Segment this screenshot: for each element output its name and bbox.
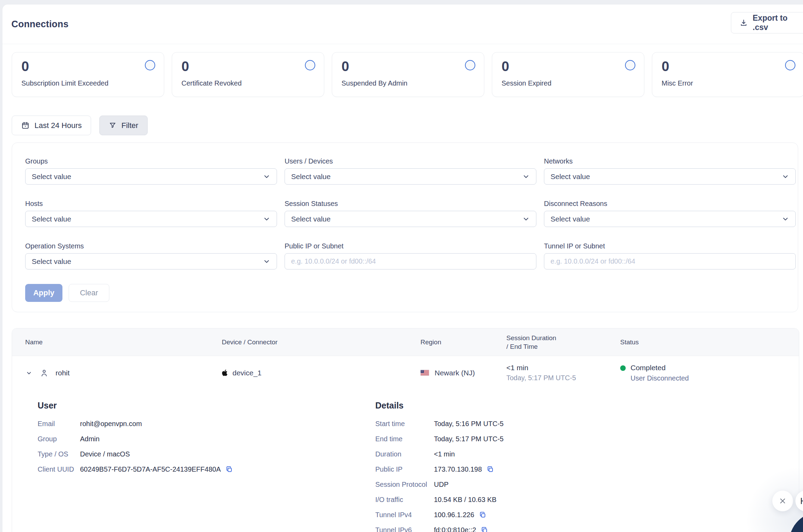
stat-label: Certificate Revoked [181, 79, 242, 87]
public-ip-input[interactable] [285, 253, 536, 269]
calendar-icon [21, 121, 30, 130]
detail-row-end-time: End time Today, 5:17 PM UTC-5 [375, 435, 504, 443]
page-title: Connections [11, 19, 69, 30]
apply-button[interactable]: Apply [25, 284, 62, 302]
stat-label: Session Expired [502, 79, 552, 87]
copy-icon[interactable] [480, 526, 488, 532]
stat-card-misc-error[interactable]: 0 Misc Error [652, 52, 803, 97]
select-value: Select value [551, 173, 590, 181]
select-value: Select value [291, 173, 330, 181]
stat-radio-icon[interactable] [625, 60, 635, 70]
stat-card-suspended-by-admin[interactable]: 0 Suspended By Admin [332, 52, 484, 97]
stat-card-subscription-limit-exceeded[interactable]: 0 Subscription Limit Exceeded [12, 52, 164, 97]
detail-row-type-os: Type / OS Device / macOS [38, 450, 233, 458]
field-label: Disconnect Reasons [544, 200, 796, 208]
stat-card-session-expired[interactable]: 0 Session Expired [492, 52, 644, 97]
chevron-down-icon [782, 215, 789, 223]
connection-region: Newark (NJ) [435, 369, 475, 377]
filter-button[interactable]: Filter [99, 116, 148, 135]
detail-row-session-protocol: Session Protocol UDP [375, 481, 504, 488]
select-value: Select value [551, 215, 590, 223]
copy-icon[interactable] [225, 465, 233, 473]
copy-icon[interactable] [486, 465, 494, 473]
row-expander-chevron-icon[interactable] [25, 369, 33, 377]
export-csv-button[interactable]: Export to .csv [731, 12, 803, 33]
toolbar: Last 24 Hours Filter [12, 116, 148, 135]
row-details: User Email rohit@openvpn.com Group Admin… [12, 390, 799, 532]
close-widget-button[interactable] [772, 491, 793, 511]
filter-field-disconnect-reasons: Disconnect Reasons Select value [544, 200, 796, 227]
user-icon [40, 368, 49, 377]
field-label: Users / Devices [285, 157, 536, 165]
user-details-section: User Email rohit@openvpn.com Group Admin… [38, 401, 233, 481]
stat-label: Misc Error [662, 79, 693, 87]
details-section-heading: Details [375, 401, 504, 411]
hosts-select[interactable]: Select value [25, 211, 277, 227]
field-label: Tunnel IP or Subnet [544, 242, 796, 250]
filter-field-session-statuses: Session Statuses Select value [285, 200, 536, 227]
chevron-down-icon [522, 173, 530, 180]
filter-field-tunnel-ip: Tunnel IP or Subnet [544, 242, 796, 269]
detail-row-group: Group Admin [38, 435, 233, 443]
date-range-button[interactable]: Last 24 Hours [12, 116, 91, 135]
column-header-status: Status [607, 338, 799, 346]
clear-button[interactable]: Clear [69, 284, 109, 302]
stat-radio-icon[interactable] [305, 60, 315, 70]
filter-field-groups: Groups Select value [25, 157, 277, 185]
filter-field-networks: Networks Select value [544, 157, 796, 185]
chevron-down-icon [263, 258, 270, 265]
field-label: Networks [544, 157, 796, 165]
chevron-down-icon [522, 215, 530, 223]
download-icon [740, 19, 748, 27]
stat-radio-icon[interactable] [465, 60, 475, 70]
chevron-down-icon [782, 173, 789, 180]
session-details-section: Details Start time Today, 5:16 PM UTC-5 … [375, 401, 504, 532]
column-header-session-duration: Session Duration / End Time [493, 334, 607, 351]
stat-label: Suspended By Admin [341, 79, 407, 87]
detail-row-start-time: Start time Today, 5:16 PM UTC-5 [375, 420, 504, 427]
table-row[interactable]: rohit device_1 [12, 356, 799, 390]
detail-row-public-ip: Public IP 173.70.130.198 [375, 465, 504, 473]
connection-device-name: device_1 [232, 369, 261, 377]
apple-icon [222, 369, 228, 376]
session-statuses-select[interactable]: Select value [285, 211, 536, 227]
detail-row-duration: Duration <1 min [375, 450, 504, 458]
select-value: Select value [291, 215, 330, 223]
tunnel-ip-input[interactable] [544, 253, 796, 269]
help-pill-label: H [800, 496, 803, 506]
disconnect-reasons-select[interactable]: Select value [544, 211, 796, 227]
stat-radio-icon[interactable] [785, 60, 795, 70]
field-label: Hosts [25, 200, 277, 208]
status-detail: User Disconnected [631, 374, 689, 382]
date-range-label: Last 24 Hours [34, 121, 82, 130]
copy-icon[interactable] [479, 511, 486, 519]
stat-value: 0 [181, 59, 189, 74]
export-csv-label: Export to .csv [753, 13, 803, 32]
field-label: Operation Systems [25, 242, 277, 250]
networks-select[interactable]: Select value [544, 168, 796, 185]
user-section-heading: User [38, 401, 233, 411]
column-header-name: Name [12, 338, 209, 346]
filter-panel: Groups Select value Users / Devices Sele… [12, 142, 798, 312]
detail-row-tunnel-ipv6: Tunnel IPv6 fd:0:0:810e::2 [375, 526, 504, 532]
operation-systems-select[interactable]: Select value [25, 253, 277, 269]
stat-label: Subscription Limit Exceeded [21, 79, 108, 87]
connection-user-name: rohit [56, 369, 70, 377]
users-devices-select[interactable]: Select value [285, 168, 536, 185]
chevron-down-icon [263, 173, 270, 180]
connections-table: Name Device / Connector Region Session D… [12, 328, 799, 532]
stat-radio-icon[interactable] [145, 60, 155, 70]
select-value: Select value [32, 173, 71, 181]
close-icon [779, 497, 787, 505]
filter-field-hosts: Hosts Select value [25, 200, 277, 227]
groups-select[interactable]: Select value [25, 168, 277, 185]
stat-value: 0 [502, 59, 509, 74]
filter-field-operation-systems: Operation Systems Select value [25, 242, 277, 269]
select-value: Select value [32, 257, 71, 266]
stat-value: 0 [662, 59, 669, 74]
chevron-down-icon [263, 215, 270, 223]
detail-row-io-traffic: I/O traffic 10.54 KB / 10.63 KB [375, 496, 504, 503]
column-header-region: Region [407, 338, 493, 346]
page-header: Connections Export to .csv [2, 4, 803, 44]
stat-card-certificate-revoked[interactable]: 0 Certificate Revoked [172, 52, 324, 97]
